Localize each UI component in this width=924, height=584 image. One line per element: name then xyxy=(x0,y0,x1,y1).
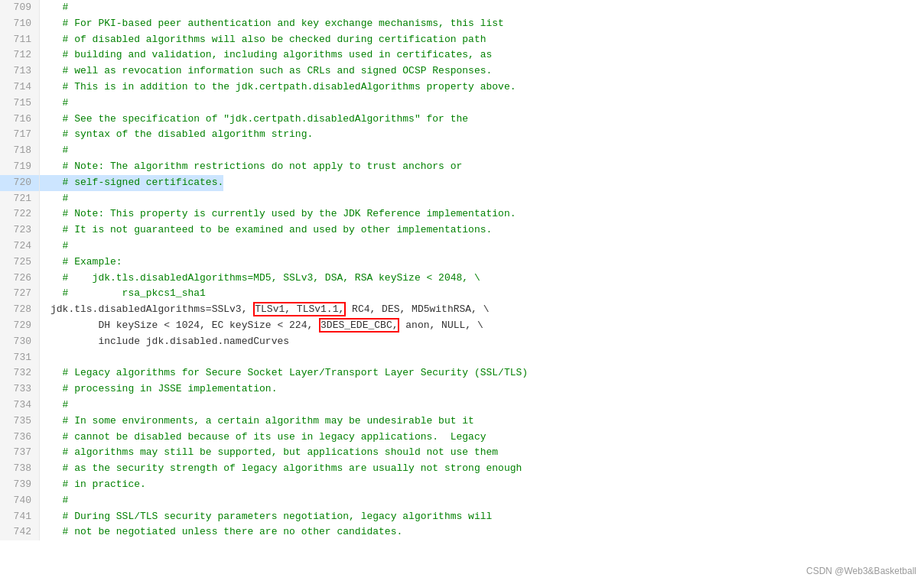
line-725: 725 # Example: xyxy=(0,255,924,271)
line-text-724: # xyxy=(40,238,68,255)
line-739: 739 # in practice. xyxy=(0,477,924,493)
line-710: 710 # For PKI-based peer authentication … xyxy=(0,16,924,32)
line-text-735: # In some environments, a certain algori… xyxy=(40,414,474,430)
line-732: 732 # Legacy algorithms for Secure Socke… xyxy=(0,365,924,381)
line-num-736: 736 xyxy=(0,430,40,446)
line-text-740: # xyxy=(40,493,68,509)
line-709: 709 # xyxy=(0,0,924,16)
line-num-715: 715 xyxy=(0,96,40,112)
line-text-711: # of disabled algorithms will also be ch… xyxy=(40,32,486,48)
line-text-719: # Note: The algorithm restrictions do no… xyxy=(40,159,462,175)
code-editor: 709 # 710 # For PKI-based peer authentic… xyxy=(0,0,924,584)
line-711: 711 # of disabled algorithms will also b… xyxy=(0,32,924,48)
line-text-725: # Example: xyxy=(40,255,122,271)
line-num-734: 734 xyxy=(0,397,40,414)
line-num-730: 730 xyxy=(0,334,40,350)
line-text-741: # During SSL/TLS security parameters neg… xyxy=(40,509,492,525)
line-text-732: # Legacy algorithms for Secure Socket La… xyxy=(40,365,528,381)
watermark: CSDN @Web3&Basketball xyxy=(806,566,916,576)
line-num-740: 740 xyxy=(0,493,40,509)
line-730: 730 include jdk.disabled.namedCurves xyxy=(0,334,924,350)
line-num-722: 722 xyxy=(0,206,40,222)
line-num-723: 723 xyxy=(0,222,40,238)
line-num-741: 741 xyxy=(0,509,40,525)
line-736: 736 # cannot be disabled because of its … xyxy=(0,430,924,446)
line-text-715: # xyxy=(40,96,68,112)
line-722: 722 # Note: This property is currently u… xyxy=(0,206,924,222)
line-text-733: # processing in JSSE implementation. xyxy=(40,381,277,397)
line-text-726: # jdk.tls.disabledAlgorithms=MD5, SSLv3,… xyxy=(40,271,480,287)
line-text-723: # It is not guaranteed to be examined an… xyxy=(40,222,492,238)
line-737: 737 # algorithms may still be supported,… xyxy=(0,445,924,461)
line-727: 727 # rsa_pkcs1_sha1 xyxy=(0,286,924,302)
line-717: 717 # syntax of the disabled algorithm s… xyxy=(0,127,924,143)
line-num-720: 720 xyxy=(0,175,40,191)
line-text-714: # This is in addition to the jdk.certpat… xyxy=(40,79,516,96)
line-num-717: 717 xyxy=(0,127,40,143)
line-num-711: 711 xyxy=(0,32,40,48)
line-num-735: 735 xyxy=(0,414,40,430)
line-num-732: 732 xyxy=(0,365,40,381)
line-text-728: jdk.tls.disabledAlgorithms=SSLv3, TLSv1,… xyxy=(40,302,490,318)
line-740: 740 # xyxy=(0,493,924,509)
line-num-729: 729 xyxy=(0,318,40,334)
line-num-724: 724 xyxy=(0,238,40,255)
line-text-716: # See the specification of "jdk.certpath… xyxy=(40,112,468,128)
line-726: 726 # jdk.tls.disabledAlgorithms=MD5, SS… xyxy=(0,271,924,287)
line-text-729: DH keySize < 1024, EC keySize < 224, 3DE… xyxy=(40,318,483,334)
line-num-719: 719 xyxy=(0,159,40,175)
line-num-727: 727 xyxy=(0,286,40,302)
line-716: 716 # See the specification of "jdk.cert… xyxy=(0,112,924,128)
line-num-737: 737 xyxy=(0,445,40,461)
line-text-710: # For PKI-based peer authentication and … xyxy=(40,16,504,32)
line-720: 720 # self-signed certificates. xyxy=(0,175,924,191)
line-num-718: 718 xyxy=(0,143,40,159)
line-723: 723 # It is not guaranteed to be examine… xyxy=(0,222,924,238)
line-text-738: # as the security strength of legacy alg… xyxy=(40,461,522,477)
line-text-721: # xyxy=(40,191,68,207)
line-text-731 xyxy=(40,350,50,366)
line-num-726: 726 xyxy=(0,271,40,287)
line-text-717: # syntax of the disabled algorithm strin… xyxy=(40,127,313,143)
line-724: 724 # xyxy=(0,238,924,255)
line-text-709: # xyxy=(40,0,68,16)
line-715: 715 # xyxy=(0,96,924,112)
line-735: 735 # In some environments, a certain al… xyxy=(0,414,924,430)
line-713: 713 # well as revocation information suc… xyxy=(0,63,924,79)
line-text-737: # algorithms may still be supported, but… xyxy=(40,445,498,461)
line-num-709: 709 xyxy=(0,0,40,16)
line-731: 731 xyxy=(0,350,924,366)
line-729: 729 DH keySize < 1024, EC keySize < 224,… xyxy=(0,318,924,334)
line-741: 741 # During SSL/TLS security parameters… xyxy=(0,509,924,525)
line-text-713: # well as revocation information such as… xyxy=(40,63,492,79)
line-num-739: 739 xyxy=(0,477,40,493)
line-text-727: # rsa_pkcs1_sha1 xyxy=(40,286,206,302)
line-text-734: # xyxy=(40,397,68,414)
line-718: 718 # xyxy=(0,143,924,159)
line-719: 719 # Note: The algorithm restrictions d… xyxy=(0,159,924,175)
line-num-721: 721 xyxy=(0,191,40,207)
line-num-733: 733 xyxy=(0,381,40,397)
line-738: 738 # as the security strength of legacy… xyxy=(0,461,924,477)
line-728: 728 jdk.tls.disabledAlgorithms=SSLv3, TL… xyxy=(0,302,924,318)
line-num-742: 742 xyxy=(0,524,40,540)
line-num-712: 712 xyxy=(0,47,40,63)
line-742: 742 # not be negotiated unless there are… xyxy=(0,524,924,540)
line-num-710: 710 xyxy=(0,16,40,32)
line-num-728: 728 xyxy=(0,302,40,318)
line-text-736: # cannot be disabled because of its use … xyxy=(40,430,486,446)
line-733: 733 # processing in JSSE implementation. xyxy=(0,381,924,397)
line-num-713: 713 xyxy=(0,63,40,79)
line-714: 714 # This is in addition to the jdk.cer… xyxy=(0,79,924,96)
line-721: 721 # xyxy=(0,191,924,207)
line-num-731: 731 xyxy=(0,350,40,366)
line-text-720: # self-signed certificates. xyxy=(40,175,223,191)
line-text-730: include jdk.disabled.namedCurves xyxy=(40,334,289,350)
line-712: 712 # building and validation, including… xyxy=(0,47,924,63)
line-text-739: # in practice. xyxy=(40,477,146,493)
line-num-714: 714 xyxy=(0,79,40,96)
line-text-712: # building and validation, including alg… xyxy=(40,47,492,63)
line-text-742: # not be negotiated unless there are no … xyxy=(40,524,402,540)
line-text-718: # xyxy=(40,143,68,159)
line-num-716: 716 xyxy=(0,112,40,128)
